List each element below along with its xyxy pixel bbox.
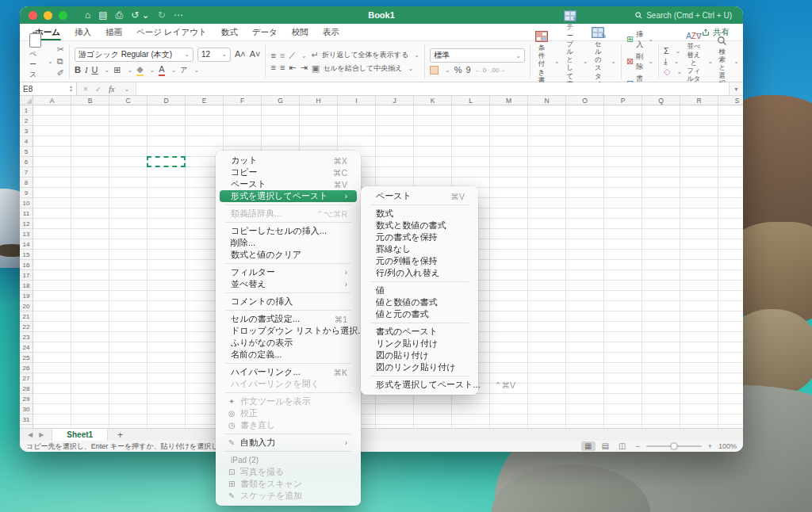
clear-button[interactable]: ◇ — [664, 67, 670, 76]
currency-format-button[interactable] — [430, 66, 439, 75]
zoom-button[interactable] — [59, 11, 67, 20]
column-header-A[interactable]: A — [33, 96, 71, 105]
context-menu-item[interactable]: 名前の定義... — [220, 349, 357, 361]
paste-special-item[interactable]: 書式のペースト — [365, 326, 474, 338]
zoom-in-button[interactable]: + — [708, 442, 712, 450]
row-header-7[interactable]: 7 — [20, 167, 33, 178]
context-menu-item[interactable]: セルの書式設定...⌘1 — [220, 313, 357, 325]
row-header-31[interactable]: 31 — [20, 415, 33, 425]
confirm-entry-button[interactable]: ✓ — [95, 85, 102, 94]
row-header-6[interactable]: 6 — [20, 157, 33, 167]
chevron-down-icon[interactable]: ⌄ — [733, 58, 739, 65]
page-layout-view-icon[interactable]: ▤ — [599, 441, 612, 451]
percent-style-button[interactable]: % — [454, 66, 462, 75]
column-header-H[interactable]: H — [300, 96, 338, 105]
context-menu-item[interactable]: ふりがなの表示 — [220, 337, 357, 349]
column-header-S[interactable]: S — [718, 96, 743, 105]
chevron-down-icon[interactable]: ⌄ — [583, 58, 588, 65]
chevron-down-icon[interactable]: ⌄ — [674, 58, 680, 65]
column-header-J[interactable]: J — [376, 96, 414, 105]
chevron-down-icon[interactable]: ⌄ — [301, 52, 307, 59]
row-header-18[interactable]: 18 — [20, 281, 33, 291]
paste-special-item[interactable]: 元の列幅を保持 — [365, 255, 474, 267]
chevron-down-icon[interactable]: ⌄ — [554, 58, 560, 65]
column-header-O[interactable]: O — [566, 96, 604, 105]
row-header-29[interactable]: 29 — [20, 394, 33, 404]
tab-挿入[interactable]: 挿入 — [67, 24, 98, 40]
home-icon[interactable]: ⌂ — [85, 10, 90, 20]
delete-cells-button[interactable]: ⊠ 削除⌄ — [626, 52, 653, 72]
context-menu-item[interactable]: ドロップダウン リストから選択... — [220, 325, 357, 337]
row-header-23[interactable]: 23 — [20, 332, 33, 342]
row-header-10[interactable]: 10 — [20, 198, 33, 208]
column-header-G[interactable]: G — [262, 96, 300, 105]
row-header-8[interactable]: 8 — [20, 178, 33, 188]
context-menu-item[interactable]: コメントの挿入 — [220, 296, 357, 308]
chevron-down-icon[interactable]: ⌄ — [150, 67, 155, 74]
column-header-C[interactable]: C — [109, 96, 147, 105]
increase-indent-button[interactable]: ⇥ — [301, 63, 308, 72]
row-header-1[interactable]: 1 — [20, 105, 33, 116]
row-header-22[interactable]: 22 — [20, 322, 33, 332]
row-header-16[interactable]: 16 — [20, 260, 33, 270]
paste-special-item[interactable]: 元の書式を保持 — [365, 231, 474, 243]
paste-special-item[interactable]: 数式 — [365, 208, 474, 220]
expand-formula-bar-button[interactable]: ▼ — [729, 82, 743, 95]
row-header-5[interactable]: 5 — [20, 147, 33, 157]
row-header-11[interactable]: 11 — [20, 208, 33, 219]
print-icon[interactable]: ⎙ — [116, 10, 124, 20]
row-header-28[interactable]: 28 — [20, 384, 33, 394]
number-format-combobox[interactable]: 標準⌄ — [430, 48, 525, 63]
borders-button[interactable]: ⊞ — [113, 66, 121, 75]
tab-ページ レイアウト[interactable]: ページ レイアウト — [129, 24, 214, 40]
chevron-down-icon[interactable]: ⌄ — [194, 67, 200, 74]
column-header-R[interactable]: R — [680, 96, 718, 105]
row-header-30[interactable]: 30 — [20, 404, 33, 415]
column-header-B[interactable]: B — [71, 96, 109, 105]
context-menu-item[interactable]: フィルター› — [220, 266, 357, 278]
context-menu-item[interactable]: ✎自動入力› — [220, 437, 357, 449]
zoom-slider-thumb[interactable] — [670, 443, 677, 450]
context-menu-item[interactable]: コピー⌘C — [220, 166, 357, 178]
column-header-P[interactable]: P — [604, 96, 642, 105]
format-painter-button[interactable]: ✐ — [57, 69, 64, 78]
column-header-Q[interactable]: Q — [642, 96, 680, 105]
align-right-button[interactable]: ≡ — [280, 63, 285, 72]
context-menu-item[interactable]: ペースト⌘V — [220, 178, 357, 190]
paste-special-item[interactable]: 値 — [365, 285, 474, 296]
font-color-button[interactable]: A — [159, 65, 164, 76]
zoom-out-button[interactable]: − — [635, 442, 639, 450]
redo-icon[interactable]: ↻ — [158, 10, 166, 20]
grow-font-button[interactable]: A˄ — [235, 50, 246, 59]
align-left-button[interactable]: ≡ — [270, 63, 275, 72]
find-select-button[interactable]: 検索と選択 — [717, 36, 727, 88]
row-header-14[interactable]: 14 — [20, 239, 33, 250]
undo-icon[interactable]: ↺ ⌄ — [131, 10, 149, 20]
row-header-20[interactable]: 20 — [20, 301, 33, 311]
column-header-E[interactable]: E — [186, 96, 224, 105]
column-header-M[interactable]: M — [490, 96, 528, 105]
chevron-down-icon[interactable]: ⌄ — [124, 86, 129, 93]
row-header-15[interactable]: 15 — [20, 250, 33, 260]
row-header-24[interactable]: 24 — [20, 342, 33, 353]
row-header-9[interactable]: 9 — [20, 188, 33, 198]
shrink-font-button[interactable]: A˅ — [250, 50, 261, 59]
tab-表示[interactable]: 表示 — [316, 24, 347, 40]
paste-special-item[interactable]: 数式と数値の書式 — [365, 220, 474, 231]
context-menu-item[interactable]: カット⌘X — [220, 155, 357, 166]
fill-color-button[interactable]: ◆ — [136, 65, 143, 76]
select-all-corner[interactable] — [20, 96, 33, 105]
chevron-down-icon[interactable]: ⌄ — [676, 48, 681, 55]
column-header-I[interactable]: I — [338, 96, 376, 105]
bold-button[interactable]: B — [75, 66, 81, 75]
chevron-down-icon[interactable]: ⌄ — [676, 68, 682, 75]
chevron-down-icon[interactable]: ⌄ — [611, 58, 616, 65]
row-header-17[interactable]: 17 — [20, 270, 33, 281]
row-header-3[interactable]: 3 — [20, 126, 33, 136]
zoom-level[interactable]: 100% — [718, 442, 737, 450]
tab-描画[interactable]: 描画 — [98, 24, 129, 40]
paste-special-item[interactable]: 図の貼り付け — [365, 350, 474, 361]
close-button[interactable] — [29, 11, 37, 20]
merge-center-button[interactable]: ▣ セルを結合して中央揃え ⌄ — [312, 63, 419, 74]
share-button[interactable]: 共有 — [696, 25, 735, 40]
